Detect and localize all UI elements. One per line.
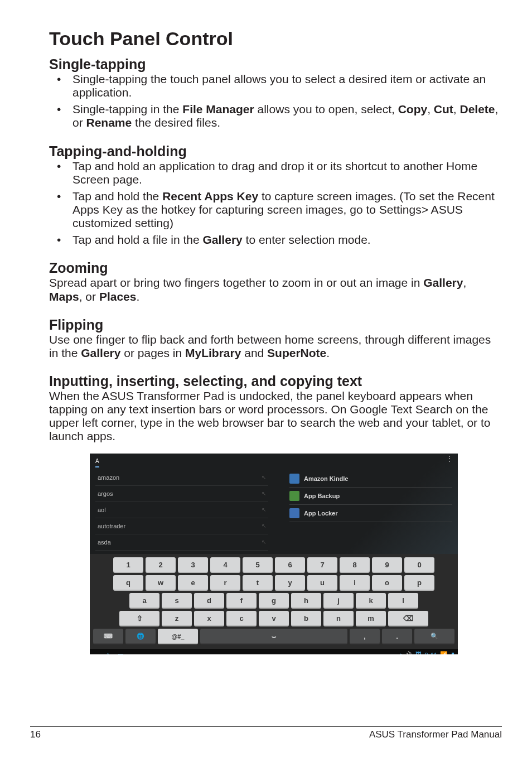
- key-period[interactable]: .: [382, 629, 412, 644]
- wifi-icon: 📶: [440, 651, 448, 654]
- key-a[interactable]: a: [129, 593, 159, 609]
- bullet-text-post: the desired files.: [132, 116, 220, 129]
- text-mid2: , or: [79, 290, 99, 303]
- key-e[interactable]: e: [178, 575, 208, 591]
- bold-gallery: Gallery: [81, 346, 120, 359]
- system-navbar: ⌄ ⌂ ▭ ▸ 🔌 🖼 9:44 📶 ▮: [90, 649, 458, 654]
- bullet-text: Single-tapping the touch panel allows yo…: [72, 73, 486, 99]
- bullet-text-pre: Single-tapping in the: [72, 103, 182, 115]
- bullet-th-3: Tap and hold a file in the Gallery to en…: [49, 233, 499, 247]
- key-y[interactable]: y: [275, 575, 305, 591]
- bold-copy: Copy: [398, 103, 428, 115]
- bold-mylibrary: MyLibrary: [185, 346, 241, 359]
- nav-home-icon[interactable]: ⌂: [106, 651, 110, 654]
- key-s[interactable]: s: [162, 593, 192, 609]
- page-title: Touch Panel Control: [49, 28, 499, 50]
- section-single-tapping: Single-tapping Single-tapping the touch …: [49, 56, 499, 130]
- text-mid2: and: [241, 346, 267, 359]
- key-n[interactable]: n: [323, 611, 354, 626]
- key-t[interactable]: t: [243, 575, 273, 591]
- suggestion-label: autotrader: [98, 523, 125, 529]
- key-o[interactable]: o: [372, 575, 402, 591]
- bullet-text-mid1: allows you to open, select,: [254, 103, 398, 115]
- app-result-item[interactable]: App Backup: [289, 488, 452, 505]
- bullet-text-mid2: ,: [427, 103, 434, 115]
- bold-cut: Cut: [434, 103, 453, 115]
- bullet-text-mid3: ,: [453, 103, 460, 115]
- overflow-menu-icon[interactable]: ⋮: [446, 457, 453, 461]
- bold-gallery: Gallery: [423, 276, 463, 289]
- bold-maps: Maps: [49, 290, 79, 303]
- suggestion-label: argos: [98, 490, 113, 497]
- key-8[interactable]: 8: [340, 557, 370, 573]
- key-comma[interactable]: ,: [350, 629, 380, 644]
- insert-arrow-icon[interactable]: ↖: [262, 474, 266, 480]
- bold-file-manager: File Manager: [182, 103, 254, 115]
- key-shift[interactable]: ⇧: [119, 611, 159, 626]
- key-u[interactable]: u: [307, 575, 337, 591]
- key-b[interactable]: b: [291, 611, 321, 626]
- insert-arrow-icon[interactable]: ↖: [262, 523, 266, 529]
- app-label: Amazon Kindle: [304, 475, 348, 482]
- key-4[interactable]: 4: [210, 557, 240, 573]
- key-m[interactable]: m: [356, 611, 386, 626]
- key-keyboard-switch[interactable]: ⌨: [93, 629, 123, 644]
- key-backspace[interactable]: ⌫: [388, 611, 428, 626]
- text-post: .: [136, 290, 139, 303]
- key-6[interactable]: 6: [275, 557, 305, 573]
- key-g[interactable]: g: [259, 593, 289, 609]
- key-i[interactable]: i: [340, 575, 370, 591]
- key-space[interactable]: ⌣: [200, 629, 347, 644]
- app-result-item[interactable]: App Locker: [289, 505, 452, 522]
- key-3[interactable]: 3: [178, 557, 208, 573]
- suggestion-label: amazon: [98, 474, 119, 481]
- section-flipping: Flipping Use one finger to flip back and…: [49, 317, 499, 360]
- key-7[interactable]: 7: [307, 557, 337, 573]
- key-z[interactable]: z: [162, 611, 192, 626]
- key-k[interactable]: k: [356, 593, 386, 609]
- key-f[interactable]: f: [226, 593, 257, 609]
- bold-supernote: SuperNote: [267, 346, 326, 359]
- key-h[interactable]: h: [291, 593, 321, 609]
- search-suggestion-item[interactable]: asda↖: [95, 534, 268, 551]
- app-results-panel: ⋮ Amazon KindleApp BackupApp Locker: [274, 454, 458, 554]
- app-label: App Locker: [304, 510, 338, 517]
- key-1[interactable]: 1: [113, 557, 143, 573]
- nav-hide-keyboard-icon[interactable]: ⌄: [93, 651, 98, 654]
- key-r[interactable]: r: [210, 575, 240, 591]
- key-q[interactable]: q: [113, 575, 143, 591]
- heading-input-text: Inputting, inserting, selecting, and cop…: [49, 373, 499, 389]
- suggestion-label: asda: [98, 539, 111, 546]
- list-tap-hold: Tap and hold an application to drag and …: [49, 160, 499, 247]
- key-9[interactable]: 9: [372, 557, 402, 573]
- key-5[interactable]: 5: [243, 557, 273, 573]
- key-c[interactable]: c: [226, 611, 257, 626]
- key-l[interactable]: l: [388, 593, 418, 609]
- key-j[interactable]: j: [323, 593, 354, 609]
- key-v[interactable]: v: [259, 611, 289, 626]
- bullet-th-2: Tap and hold the Recent Apps Key to capt…: [49, 190, 499, 230]
- key-symbols[interactable]: @#_: [158, 629, 198, 644]
- search-suggestion-item[interactable]: argos↖: [95, 486, 268, 502]
- search-suggestion-item[interactable]: autotrader↖: [95, 518, 268, 534]
- key-x[interactable]: x: [194, 611, 224, 626]
- tablet-screenshot: A × amazon↖argos↖aol↖autotrader↖asda↖ ⋮ …: [90, 454, 458, 654]
- key-2[interactable]: 2: [146, 557, 176, 573]
- insert-arrow-icon[interactable]: ↖: [262, 539, 266, 545]
- key-0[interactable]: 0: [404, 557, 434, 573]
- insert-arrow-icon[interactable]: ↖: [262, 507, 266, 513]
- key-w[interactable]: w: [146, 575, 176, 591]
- bullet-text-pre: Tap and hold a file in the: [72, 233, 203, 246]
- bullet-th-1: Tap and hold an application to drag and …: [49, 160, 499, 186]
- insert-arrow-icon[interactable]: ↖: [262, 490, 266, 496]
- app-result-item[interactable]: Amazon Kindle: [289, 470, 452, 488]
- search-suggestion-item[interactable]: aol↖: [95, 502, 268, 518]
- bullet-text-post: to enter selection mode.: [243, 233, 371, 246]
- search-input-value[interactable]: A: [95, 458, 99, 467]
- key-d[interactable]: d: [194, 593, 224, 609]
- key-language[interactable]: 🌐: [125, 629, 156, 644]
- key-search[interactable]: 🔍: [414, 629, 454, 644]
- key-p[interactable]: p: [404, 575, 434, 591]
- nav-recent-icon[interactable]: ▭: [118, 651, 123, 654]
- search-suggestion-item[interactable]: amazon↖: [95, 470, 268, 486]
